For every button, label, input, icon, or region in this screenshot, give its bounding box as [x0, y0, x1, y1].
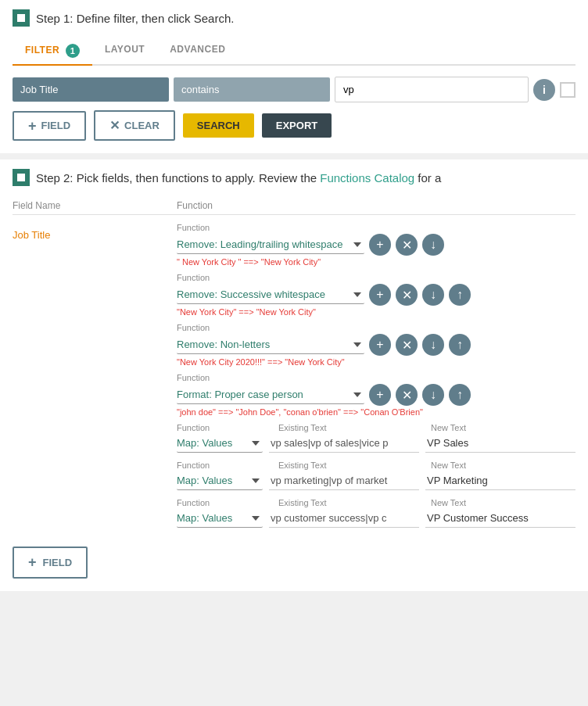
functions-catalog-link[interactable]: Functions Catalog: [320, 171, 414, 185]
step2-header: Step 2: Pick fields, then functions to a…: [13, 169, 575, 186]
info-button[interactable]: i: [533, 79, 555, 101]
search-button[interactable]: SEARCH: [183, 113, 254, 138]
map-row-1: Function Existing Text New Text Map: Val…: [177, 423, 575, 453]
map-new-input-2[interactable]: [425, 471, 575, 490]
field-select[interactable]: Job Title: [13, 77, 169, 102]
map-new-label-1: New Text: [431, 423, 575, 432]
map-row-2-header: Function Existing Text New Text: [177, 461, 575, 470]
map-existing-input-3[interactable]: [269, 509, 419, 528]
function-remove-btn-3[interactable]: ✕: [396, 334, 418, 356]
map-function-label-2: Function: [177, 461, 271, 470]
field-row-job-title: Job Title Function Remove: Leading/trail…: [13, 220, 575, 539]
function-down-btn-4[interactable]: ↓: [422, 384, 444, 406]
function-down-btn-3[interactable]: ↓: [422, 334, 444, 356]
function-up-btn-2[interactable]: ↑: [449, 284, 471, 306]
map-new-label-2: New Text: [431, 461, 575, 470]
tab-layout[interactable]: LAYOUT: [92, 38, 157, 64]
function-label-1: Function: [177, 223, 575, 232]
function-select-2[interactable]: Remove: Successive whitespace: [177, 285, 364, 304]
filter-row: Job Title contains i: [13, 77, 575, 102]
functions-column: Function Remove: Leading/trailing whites…: [177, 223, 575, 536]
map-row-1-content: Map: Values: [177, 434, 575, 453]
field-table-header: Field Name Function: [13, 197, 575, 215]
map-row-3-content: Map: Values: [177, 509, 575, 528]
map-new-label-3: New Text: [431, 498, 575, 507]
map-function-select-1[interactable]: Map: Values: [177, 434, 263, 453]
function-label-4: Function: [177, 373, 575, 382]
step1-header: Step 1: Define filter, then click Search…: [13, 9, 575, 27]
step1-section: Step 1: Define filter, then click Search…: [0, 0, 588, 153]
function-select-4[interactable]: Format: Proper case person: [177, 385, 364, 404]
function-up-btn-4[interactable]: ↑: [449, 384, 471, 406]
map-existing-input-1[interactable]: [269, 434, 419, 453]
function-up-btn-3[interactable]: ↑: [449, 334, 471, 356]
filter-value-input[interactable]: [335, 77, 529, 102]
filter-checkbox[interactable]: [560, 82, 575, 98]
function-label-2: Function: [177, 273, 575, 282]
function-row-1: Remove: Leading/trailing whitespace + ✕ …: [177, 234, 575, 256]
function-example-2: "New York City" ==> "New York City": [177, 307, 575, 317]
function-add-btn-2[interactable]: +: [369, 284, 391, 306]
function-down-btn-1[interactable]: ↓: [422, 234, 444, 256]
function-row-2: Remove: Successive whitespace + ✕ ↓ ↑: [177, 284, 575, 306]
function-example-4: "john doe" ==> "John Doe", "conan o'brie…: [177, 407, 575, 417]
map-row-3: Function Existing Text New Text Map: Val…: [177, 498, 575, 528]
function-row-4: Format: Proper case person + ✕ ↓ ↑: [177, 384, 575, 406]
step2-title: Step 2: Pick fields, then functions to a…: [36, 171, 441, 185]
function-label-3: Function: [177, 323, 575, 332]
function-item-3: Function Remove: Non-letters + ✕ ↓ ↑ "Ne…: [177, 323, 575, 370]
map-row-2-content: Map: Values: [177, 471, 575, 490]
step1-icon: [13, 9, 30, 27]
function-remove-btn-2[interactable]: ✕: [396, 284, 418, 306]
map-row-3-header: Function Existing Text New Text: [177, 498, 575, 507]
step2-icon: [13, 169, 30, 186]
map-function-label-3: Function: [177, 498, 271, 507]
function-add-btn-1[interactable]: +: [369, 234, 391, 256]
tab-filter[interactable]: FILTER 1: [13, 38, 92, 66]
map-existing-label-3: Existing Text: [278, 498, 423, 507]
map-function-select-2[interactable]: Map: Values: [177, 471, 263, 490]
add-field-button-step2[interactable]: + FIELD: [13, 547, 88, 579]
function-item-1: Function Remove: Leading/trailing whites…: [177, 223, 575, 270]
map-row-1-header: Function Existing Text New Text: [177, 423, 575, 432]
function-select-1[interactable]: Remove: Leading/trailing whitespace: [177, 235, 364, 254]
map-existing-input-2[interactable]: [269, 471, 419, 490]
map-new-input-1[interactable]: [425, 434, 575, 453]
tabs-bar: FILTER 1 LAYOUT ADVANCED: [13, 38, 575, 66]
buttons-row: + FIELD ✕ CLEAR SEARCH EXPORT: [13, 110, 575, 141]
col-function-header: Function: [177, 200, 575, 211]
function-item-4: Function Format: Proper case person + ✕ …: [177, 373, 575, 420]
export-button[interactable]: EXPORT: [262, 113, 332, 138]
function-remove-btn-1[interactable]: ✕: [396, 234, 418, 256]
function-example-1: " New York City " ==> "New York City": [177, 257, 575, 267]
function-add-btn-4[interactable]: +: [369, 384, 391, 406]
map-existing-label-2: Existing Text: [278, 461, 423, 470]
function-row-3: Remove: Non-letters + ✕ ↓ ↑: [177, 334, 575, 356]
map-existing-label-1: Existing Text: [278, 423, 423, 432]
function-add-btn-3[interactable]: +: [369, 334, 391, 356]
function-select-3[interactable]: Remove: Non-letters: [177, 335, 364, 354]
function-down-btn-2[interactable]: ↓: [422, 284, 444, 306]
col-field-name-header: Field Name: [13, 200, 177, 211]
tab-advanced[interactable]: ADVANCED: [157, 38, 238, 64]
function-remove-btn-4[interactable]: ✕: [396, 384, 418, 406]
function-item-2: Function Remove: Successive whitespace +…: [177, 273, 575, 320]
map-new-input-3[interactable]: [425, 509, 575, 528]
step2-section: Step 2: Pick fields, then functions to a…: [0, 159, 588, 591]
map-function-select-3[interactable]: Map: Values: [177, 509, 263, 528]
filter-badge: 1: [66, 44, 80, 58]
condition-select[interactable]: contains: [174, 77, 330, 102]
step1-title: Step 1: Define filter, then click Search…: [36, 12, 234, 25]
field-name-job-title: Job Title: [13, 223, 177, 241]
map-row-2: Function Existing Text New Text Map: Val…: [177, 461, 575, 490]
clear-button[interactable]: ✕ CLEAR: [94, 110, 175, 141]
function-example-3: "New York City 2020!!!" ==> "New York Ci…: [177, 357, 575, 367]
map-function-label-1: Function: [177, 423, 271, 432]
add-field-button[interactable]: + FIELD: [13, 111, 86, 141]
